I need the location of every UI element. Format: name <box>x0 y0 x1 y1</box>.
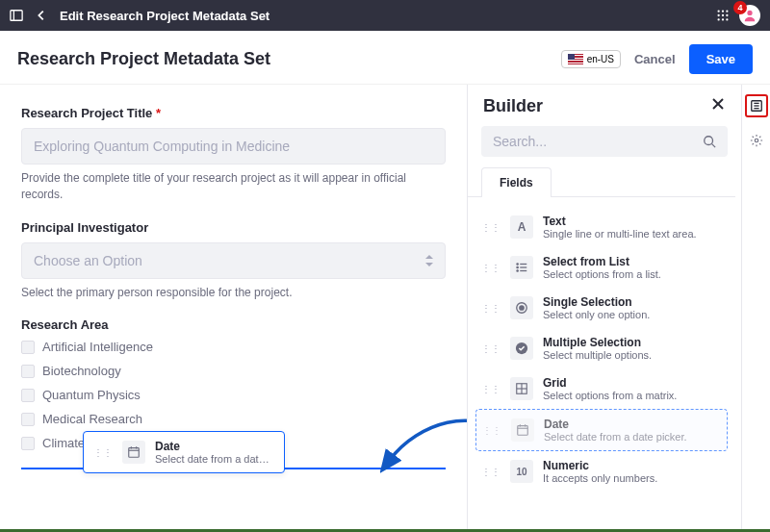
svg-rect-34 <box>518 426 528 436</box>
svg-point-22 <box>517 264 518 265</box>
page-title: Edit Research Project Metadata Set <box>60 9 270 23</box>
pi-placeholder: Choose an Option <box>34 253 142 268</box>
field-desc: Select options from a matrix. <box>543 390 722 401</box>
svg-point-20 <box>705 137 713 145</box>
svg-line-21 <box>712 144 716 148</box>
svg-rect-0 <box>11 11 22 21</box>
svg-point-7 <box>726 14 728 16</box>
field-desc: Single line or multi-line text area. <box>543 228 722 240</box>
10-icon: 10 <box>510 460 533 483</box>
svg-point-24 <box>517 266 518 267</box>
select-arrows-icon <box>425 255 433 266</box>
checkbox-icon <box>21 413 35 426</box>
search-icon <box>703 135 716 148</box>
drag-handle-icon: ⋮⋮ <box>481 263 500 273</box>
radio-icon <box>510 296 533 319</box>
dragging-field-card[interactable]: ⋮⋮ Date Select date from a date pic… <box>83 431 285 473</box>
svg-marker-13 <box>425 263 433 266</box>
header: Research Project Metadata Set en-US Canc… <box>0 31 770 85</box>
builder-search[interactable] <box>481 126 728 157</box>
svg-point-6 <box>722 14 724 16</box>
form-area: Research Project Title * Provide the com… <box>0 85 467 529</box>
drag-handle-icon: ⋮⋮ <box>481 467 500 477</box>
apps-icon[interactable] <box>716 9 730 22</box>
tab-fields[interactable]: Fields <box>481 167 552 197</box>
checkbox-label: Quantum Physics <box>42 388 141 402</box>
pi-select[interactable]: Choose an Option <box>21 242 446 279</box>
field-type-text[interactable]: ⋮⋮ATextSingle line or multi-line text ar… <box>475 207 728 247</box>
svg-point-10 <box>726 18 728 20</box>
sidebar-toggle-icon[interactable] <box>10 9 23 22</box>
svg-point-26 <box>517 270 518 271</box>
field-desc: It accepts only numbers. <box>543 472 722 484</box>
svg-point-8 <box>717 18 719 20</box>
settings-button[interactable] <box>745 129 768 152</box>
field-type-grid[interactable]: ⋮⋮GridSelect options from a matrix. <box>475 368 728 409</box>
grid-icon <box>510 377 533 400</box>
check-icon <box>510 337 533 360</box>
checkbox-item[interactable]: Medical Research <box>21 412 446 426</box>
topbar: Edit Research Project Metadata Set 4 <box>0 0 770 31</box>
svg-point-5 <box>717 14 719 16</box>
svg-point-2 <box>717 10 719 12</box>
pi-help: Select the primary person responsible fo… <box>21 285 446 301</box>
locale-label: en-US <box>587 54 614 64</box>
svg-point-42 <box>755 139 758 142</box>
drag-handle-icon: ⋮⋮ <box>481 343 500 354</box>
builder-title: Builder <box>483 96 543 116</box>
calendar-icon <box>122 441 145 464</box>
search-input[interactable] <box>493 134 695 149</box>
checkbox-icon <box>21 365 35 378</box>
checkbox-item[interactable]: Artificial Intelligence <box>21 340 446 354</box>
header-title: Research Project Metadata Set <box>17 49 270 69</box>
checkbox-label: Medical Research <box>42 412 142 426</box>
locale-selector[interactable]: en-US <box>561 50 621 68</box>
svg-point-11 <box>747 11 752 15</box>
drag-handle-icon: ⋮⋮ <box>481 303 500 314</box>
save-button[interactable]: Save <box>689 44 753 74</box>
user-menu[interactable]: 4 <box>739 5 760 26</box>
field-desc: Select date from a date picker. <box>544 431 721 443</box>
list-icon <box>510 256 533 279</box>
field-type-multiple-selection[interactable]: ⋮⋮Multiple SelectionSelect multiple opti… <box>475 328 728 368</box>
field-title: Single Selection <box>543 295 722 309</box>
checkbox-icon <box>21 437 35 450</box>
flag-icon <box>568 54 583 64</box>
title-help: Provide the complete title of your resea… <box>21 170 446 203</box>
field-desc: Select options from a list. <box>543 268 722 280</box>
field-type-numeric[interactable]: ⋮⋮10NumericIt accepts only numbers. <box>475 451 728 492</box>
title-field-label: Research Project Title * <box>21 106 446 120</box>
checkbox-icon <box>21 389 35 402</box>
area-field-label: Research Area <box>21 317 446 332</box>
field-type-date[interactable]: ⋮⋮DateSelect date from a date picker. <box>475 409 728 451</box>
field-desc: Select only one option. <box>543 309 722 320</box>
drop-card-desc: Select date from a date pic… <box>155 453 274 465</box>
drag-handle-icon: ⋮⋮ <box>481 222 500 233</box>
checkbox-label: Artificial Intelligence <box>42 340 153 354</box>
right-rail <box>741 85 770 529</box>
notification-badge: 4 <box>733 1 747 14</box>
cancel-button[interactable]: Cancel <box>621 44 689 74</box>
A-icon: A <box>510 215 533 239</box>
close-icon[interactable] <box>710 96 726 116</box>
svg-point-4 <box>726 10 728 12</box>
checkbox-item[interactable]: Quantum Physics <box>21 388 446 402</box>
field-desc: Select multiple options. <box>543 349 722 361</box>
svg-marker-12 <box>425 255 433 259</box>
svg-rect-14 <box>129 448 140 458</box>
drag-handle-icon: ⋮⋮ <box>482 425 501 436</box>
checkbox-item[interactable]: Biotechnology <box>21 364 446 378</box>
checkbox-icon <box>21 341 35 354</box>
field-type-select-from-list[interactable]: ⋮⋮Select from ListSelect options from a … <box>475 247 728 288</box>
builder-toggle-button[interactable] <box>745 94 768 117</box>
field-title: Grid <box>543 376 722 390</box>
checkbox-label: Biotechnology <box>42 364 121 378</box>
drop-card-title: Date <box>155 440 274 453</box>
title-input[interactable] <box>21 128 446 165</box>
svg-point-3 <box>722 10 724 12</box>
back-icon[interactable] <box>35 9 48 22</box>
drag-handle-icon: ⋮⋮ <box>93 447 113 458</box>
field-title: Multiple Selection <box>543 336 722 349</box>
field-type-single-selection[interactable]: ⋮⋮Single SelectionSelect only one option… <box>475 288 728 328</box>
builder-panel: Builder Fields ⋮⋮ATextSingle line or mul… <box>467 85 741 529</box>
